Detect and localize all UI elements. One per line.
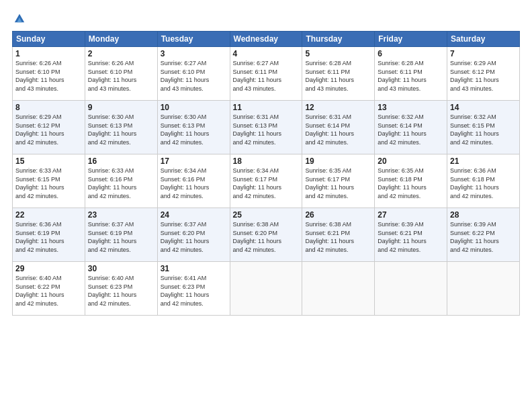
day-info: Sunrise: 6:28 AM Sunset: 6:11 PM Dayligh… bbox=[378, 59, 444, 93]
day-header-sunday: Sunday bbox=[13, 32, 85, 47]
calendar-cell: 11Sunrise: 6:31 AM Sunset: 6:13 PM Dayli… bbox=[230, 101, 302, 154]
day-info: Sunrise: 6:33 AM Sunset: 6:16 PM Dayligh… bbox=[88, 167, 154, 200]
day-number: 25 bbox=[233, 210, 300, 220]
day-info: Sunrise: 6:31 AM Sunset: 6:14 PM Dayligh… bbox=[305, 113, 371, 146]
day-number: 12 bbox=[305, 103, 371, 112]
day-header-tuesday: Tuesday bbox=[157, 32, 230, 47]
calendar-cell bbox=[375, 262, 447, 316]
day-info: Sunrise: 6:38 AM Sunset: 6:20 PM Dayligh… bbox=[233, 220, 300, 254]
day-info: Sunrise: 6:32 AM Sunset: 6:14 PM Dayligh… bbox=[378, 113, 444, 146]
day-number: 2 bbox=[88, 49, 154, 58]
day-info: Sunrise: 6:36 AM Sunset: 6:18 PM Dayligh… bbox=[450, 167, 517, 200]
day-number: 28 bbox=[450, 210, 517, 220]
day-number: 22 bbox=[15, 210, 82, 220]
calendar-cell bbox=[447, 262, 520, 316]
day-number: 7 bbox=[450, 49, 517, 58]
calendar-table: SundayMondayTuesdayWednesdayThursdayFrid… bbox=[12, 31, 520, 316]
calendar-cell: 1Sunrise: 6:26 AM Sunset: 6:10 PM Daylig… bbox=[13, 47, 85, 101]
calendar-cell: 23Sunrise: 6:37 AM Sunset: 6:19 PM Dayli… bbox=[85, 208, 157, 262]
day-number: 17 bbox=[161, 156, 227, 166]
day-number: 29 bbox=[15, 264, 82, 273]
calendar-cell: 22Sunrise: 6:36 AM Sunset: 6:19 PM Dayli… bbox=[13, 208, 85, 262]
day-number: 6 bbox=[378, 49, 444, 58]
day-info: Sunrise: 6:35 AM Sunset: 6:17 PM Dayligh… bbox=[305, 167, 371, 200]
calendar-cell: 28Sunrise: 6:39 AM Sunset: 6:22 PM Dayli… bbox=[447, 208, 520, 262]
calendar-page: SundayMondayTuesdayWednesdayThursdayFrid… bbox=[0, 0, 532, 411]
calendar-cell: 31Sunrise: 6:41 AM Sunset: 6:23 PM Dayli… bbox=[157, 262, 230, 316]
day-info: Sunrise: 6:37 AM Sunset: 6:19 PM Dayligh… bbox=[88, 220, 154, 254]
day-number: 24 bbox=[161, 210, 227, 220]
calendar-cell: 14Sunrise: 6:32 AM Sunset: 6:15 PM Dayli… bbox=[447, 101, 520, 154]
day-info: Sunrise: 6:33 AM Sunset: 6:15 PM Dayligh… bbox=[15, 167, 82, 200]
logo bbox=[12, 12, 26, 24]
day-number: 18 bbox=[233, 156, 300, 166]
calendar-cell: 5Sunrise: 6:28 AM Sunset: 6:11 PM Daylig… bbox=[302, 47, 375, 101]
calendar-cell: 4Sunrise: 6:27 AM Sunset: 6:11 PM Daylig… bbox=[230, 47, 302, 101]
calendar-cell bbox=[302, 262, 375, 316]
day-number: 15 bbox=[15, 156, 82, 166]
calendar-cell: 12Sunrise: 6:31 AM Sunset: 6:14 PM Dayli… bbox=[302, 101, 375, 154]
day-info: Sunrise: 6:30 AM Sunset: 6:13 PM Dayligh… bbox=[161, 113, 227, 146]
day-number: 31 bbox=[161, 264, 227, 273]
day-header-wednesday: Wednesday bbox=[230, 32, 302, 47]
calendar-cell: 16Sunrise: 6:33 AM Sunset: 6:16 PM Dayli… bbox=[85, 154, 157, 208]
day-info: Sunrise: 6:26 AM Sunset: 6:10 PM Dayligh… bbox=[88, 59, 154, 93]
calendar-cell: 13Sunrise: 6:32 AM Sunset: 6:14 PM Dayli… bbox=[375, 101, 447, 154]
calendar-cell: 20Sunrise: 6:35 AM Sunset: 6:18 PM Dayli… bbox=[375, 154, 447, 208]
calendar-cell: 30Sunrise: 6:40 AM Sunset: 6:23 PM Dayli… bbox=[85, 262, 157, 316]
day-number: 8 bbox=[15, 103, 82, 112]
day-info: Sunrise: 6:37 AM Sunset: 6:20 PM Dayligh… bbox=[161, 220, 227, 254]
day-info: Sunrise: 6:27 AM Sunset: 6:11 PM Dayligh… bbox=[233, 59, 300, 93]
calendar-cell: 2Sunrise: 6:26 AM Sunset: 6:10 PM Daylig… bbox=[85, 47, 157, 101]
day-info: Sunrise: 6:29 AM Sunset: 6:12 PM Dayligh… bbox=[15, 113, 82, 146]
day-number: 9 bbox=[88, 103, 154, 112]
day-number: 11 bbox=[233, 103, 300, 112]
day-info: Sunrise: 6:38 AM Sunset: 6:21 PM Dayligh… bbox=[305, 220, 371, 254]
calendar-cell: 25Sunrise: 6:38 AM Sunset: 6:20 PM Dayli… bbox=[230, 208, 302, 262]
day-number: 20 bbox=[378, 156, 444, 166]
day-number: 23 bbox=[88, 210, 154, 220]
day-header-saturday: Saturday bbox=[447, 32, 520, 47]
day-info: Sunrise: 6:36 AM Sunset: 6:19 PM Dayligh… bbox=[15, 220, 82, 254]
calendar-cell: 19Sunrise: 6:35 AM Sunset: 6:17 PM Dayli… bbox=[302, 154, 375, 208]
day-number: 3 bbox=[161, 49, 227, 58]
day-number: 10 bbox=[161, 103, 227, 112]
day-number: 26 bbox=[305, 210, 371, 220]
day-number: 14 bbox=[450, 103, 517, 112]
day-number: 4 bbox=[233, 49, 300, 58]
day-number: 16 bbox=[88, 156, 154, 166]
day-info: Sunrise: 6:34 AM Sunset: 6:17 PM Dayligh… bbox=[233, 167, 300, 200]
day-info: Sunrise: 6:39 AM Sunset: 6:21 PM Dayligh… bbox=[378, 220, 444, 254]
day-info: Sunrise: 6:26 AM Sunset: 6:10 PM Dayligh… bbox=[15, 59, 82, 93]
calendar-cell: 29Sunrise: 6:40 AM Sunset: 6:22 PM Dayli… bbox=[13, 262, 85, 316]
calendar-cell: 27Sunrise: 6:39 AM Sunset: 6:21 PM Dayli… bbox=[375, 208, 447, 262]
calendar-cell bbox=[230, 262, 302, 316]
day-number: 5 bbox=[305, 49, 371, 58]
day-info: Sunrise: 6:30 AM Sunset: 6:13 PM Dayligh… bbox=[88, 113, 154, 146]
day-info: Sunrise: 6:40 AM Sunset: 6:22 PM Dayligh… bbox=[15, 274, 82, 308]
day-info: Sunrise: 6:29 AM Sunset: 6:12 PM Dayligh… bbox=[450, 59, 517, 93]
calendar-cell: 17Sunrise: 6:34 AM Sunset: 6:16 PM Dayli… bbox=[157, 154, 230, 208]
day-info: Sunrise: 6:34 AM Sunset: 6:16 PM Dayligh… bbox=[161, 167, 227, 200]
calendar-cell: 6Sunrise: 6:28 AM Sunset: 6:11 PM Daylig… bbox=[375, 47, 447, 101]
calendar-cell: 7Sunrise: 6:29 AM Sunset: 6:12 PM Daylig… bbox=[447, 47, 520, 101]
day-info: Sunrise: 6:40 AM Sunset: 6:23 PM Dayligh… bbox=[88, 274, 154, 308]
day-info: Sunrise: 6:32 AM Sunset: 6:15 PM Dayligh… bbox=[450, 113, 517, 146]
calendar-cell: 21Sunrise: 6:36 AM Sunset: 6:18 PM Dayli… bbox=[447, 154, 520, 208]
calendar-cell: 15Sunrise: 6:33 AM Sunset: 6:15 PM Dayli… bbox=[13, 154, 85, 208]
day-info: Sunrise: 6:31 AM Sunset: 6:13 PM Dayligh… bbox=[233, 113, 300, 146]
calendar-cell: 9Sunrise: 6:30 AM Sunset: 6:13 PM Daylig… bbox=[85, 101, 157, 154]
calendar-cell: 24Sunrise: 6:37 AM Sunset: 6:20 PM Dayli… bbox=[157, 208, 230, 262]
day-number: 1 bbox=[15, 49, 82, 58]
header bbox=[12, 12, 520, 24]
calendar-cell: 3Sunrise: 6:27 AM Sunset: 6:10 PM Daylig… bbox=[157, 47, 230, 101]
calendar-cell: 26Sunrise: 6:38 AM Sunset: 6:21 PM Dayli… bbox=[302, 208, 375, 262]
day-number: 19 bbox=[305, 156, 371, 166]
day-info: Sunrise: 6:41 AM Sunset: 6:23 PM Dayligh… bbox=[161, 274, 227, 308]
day-header-monday: Monday bbox=[85, 32, 157, 47]
day-info: Sunrise: 6:27 AM Sunset: 6:10 PM Dayligh… bbox=[161, 59, 227, 93]
day-header-friday: Friday bbox=[375, 32, 447, 47]
day-info: Sunrise: 6:39 AM Sunset: 6:22 PM Dayligh… bbox=[450, 220, 517, 254]
calendar-cell: 8Sunrise: 6:29 AM Sunset: 6:12 PM Daylig… bbox=[13, 101, 85, 154]
day-info: Sunrise: 6:28 AM Sunset: 6:11 PM Dayligh… bbox=[305, 59, 371, 93]
